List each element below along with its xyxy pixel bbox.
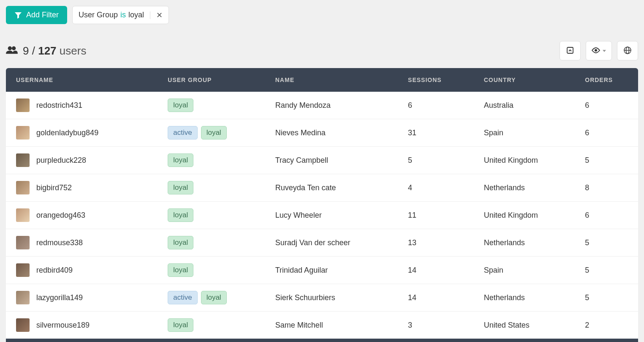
orders-cell: 8 (575, 174, 638, 202)
close-icon[interactable]: ✕ (156, 11, 163, 19)
user-count: 9 / 127 users (6, 44, 86, 57)
country-cell: Netherlands (474, 174, 575, 202)
orders-cell: 5 (575, 229, 638, 257)
visibility-button[interactable] (586, 41, 612, 60)
filter-operator: is (120, 11, 126, 19)
avatar (16, 291, 30, 304)
sessions-cell: 4 (398, 174, 474, 202)
add-filter-button[interactable]: Add Filter (6, 6, 67, 24)
table-row[interactable]: lazygorilla149activeloyalSierk Schuurbie… (6, 284, 638, 312)
avatar (16, 181, 30, 194)
username-text: redmouse338 (36, 238, 83, 247)
filtered-count: 9 (23, 44, 29, 57)
header-row: 9 / 127 users (6, 41, 638, 60)
orders-cell: 6 (575, 202, 638, 229)
badge-loyal: loyal (201, 291, 227, 304)
name-cell: Randy Mendoza (265, 92, 398, 119)
badge-loyal: loyal (168, 208, 193, 222)
svg-point-3 (595, 49, 597, 52)
orders-cell: 2 (575, 312, 638, 339)
orders-cell: 6 (575, 92, 638, 119)
country-cell: Australia (474, 92, 575, 119)
users-table: USERNAME USER GROUP NAME SESSIONS COUNTR… (6, 68, 638, 342)
username-text: silvermouse189 (36, 321, 90, 330)
avatar (16, 126, 30, 140)
column-name[interactable]: NAME (265, 68, 398, 92)
table-footer-row: USERNAME USER GROUP NAME SESSIONS COUNTR… (6, 339, 638, 342)
header-actions (560, 41, 638, 60)
name-cell: Nieves Medina (265, 119, 398, 147)
column-country[interactable]: COUNTRY (474, 68, 575, 92)
username-text: redostrich431 (36, 101, 82, 110)
sessions-cell: 11 (398, 202, 474, 229)
svg-point-0 (8, 47, 12, 50)
badge-active: active (168, 291, 197, 304)
badge-active: active (168, 126, 197, 140)
footer-name: NAME (265, 339, 398, 342)
table-row[interactable]: redmouse338loyalSuradj Van der scheer13N… (6, 229, 638, 257)
table-row[interactable]: purpleduck228loyalTracy Campbell5United … (6, 147, 638, 174)
filter-field: User Group (79, 11, 118, 19)
badge-loyal: loyal (168, 153, 193, 167)
column-username[interactable]: USERNAME (6, 68, 158, 92)
add-filter-label: Add Filter (26, 11, 59, 19)
sessions-cell: 6 (398, 92, 474, 119)
count-label: users (60, 44, 87, 57)
filter-toolbar: Add Filter User Group is loyal ✕ (6, 6, 638, 24)
table-row[interactable]: redbird409loyalTrinidad Aguilar14Spain5 (6, 257, 638, 284)
orders-cell: 6 (575, 119, 638, 147)
badge-loyal: loyal (168, 181, 193, 194)
country-cell: United Kingdom (474, 147, 575, 174)
name-cell: Sierk Schuurbiers (265, 284, 398, 312)
column-user-group[interactable]: USER GROUP (158, 68, 265, 92)
badge-loyal: loyal (168, 236, 193, 249)
sessions-cell: 3 (398, 312, 474, 339)
country-cell: Spain (474, 257, 575, 284)
avatar (16, 263, 30, 277)
sessions-cell: 31 (398, 119, 474, 147)
avatar (16, 208, 30, 222)
eye-icon (592, 47, 600, 55)
sessions-cell: 14 (398, 284, 474, 312)
country-cell: United States (474, 312, 575, 339)
country-cell: Netherlands (474, 284, 575, 312)
globe-button[interactable] (617, 41, 638, 60)
chip-divider (150, 11, 150, 19)
table-row[interactable]: silvermouse189loyalSame Mitchell3United … (6, 312, 638, 339)
orders-cell: 5 (575, 257, 638, 284)
badge-loyal: loyal (168, 263, 193, 277)
export-button[interactable] (560, 41, 581, 60)
orders-cell: 5 (575, 284, 638, 312)
globe-icon (624, 47, 631, 55)
badge-loyal: loyal (168, 98, 193, 112)
name-cell: Tracy Campbell (265, 147, 398, 174)
avatar (16, 153, 30, 167)
username-text: redbird409 (36, 266, 73, 275)
username-text: purpleduck228 (36, 156, 86, 165)
filter-chip[interactable]: User Group is loyal ✕ (72, 6, 169, 24)
username-text: bigbird752 (36, 183, 72, 192)
table-row[interactable]: orangedog463loyalLucy Wheeler11United Ki… (6, 202, 638, 229)
table-row[interactable]: bigbird752loyalRuveyda Ten cate4Netherla… (6, 174, 638, 202)
table-row[interactable]: redostrich431loyalRandy Mendoza6Australi… (6, 92, 638, 119)
country-cell: Netherlands (474, 229, 575, 257)
name-cell: Suradj Van der scheer (265, 229, 398, 257)
footer-country: COUNTRY (474, 339, 575, 342)
orders-cell: 5 (575, 147, 638, 174)
column-orders[interactable]: ORDERS (575, 68, 638, 92)
username-text: lazygorilla149 (36, 293, 83, 302)
name-cell: Lucy Wheeler (265, 202, 398, 229)
country-cell: Spain (474, 119, 575, 147)
count-separator: / (32, 44, 35, 57)
table-row[interactable]: goldenladybug849activeloyalNieves Medina… (6, 119, 638, 147)
sessions-cell: 5 (398, 147, 474, 174)
svg-point-1 (12, 47, 16, 50)
sessions-cell: 13 (398, 229, 474, 257)
name-cell: Trinidad Aguilar (265, 257, 398, 284)
column-sessions[interactable]: SESSIONS (398, 68, 474, 92)
username-text: orangedog463 (36, 211, 85, 220)
badge-loyal: loyal (168, 318, 193, 332)
badge-loyal: loyal (201, 126, 227, 140)
footer-username: USERNAME (6, 339, 158, 342)
export-icon (566, 47, 574, 55)
